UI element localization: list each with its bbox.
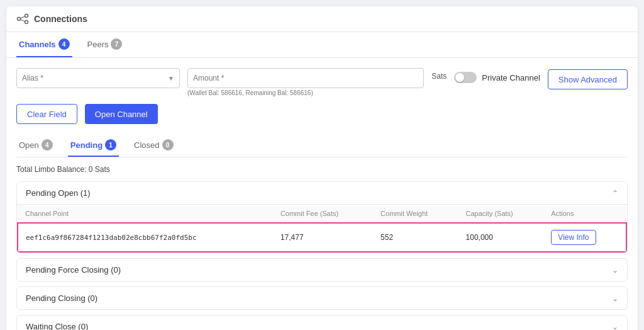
page-title: Connections	[34, 14, 87, 24]
sub-tab-open[interactable]: Open 4	[16, 134, 55, 157]
tab-channels[interactable]: Channels 4	[16, 32, 72, 57]
pending-open-title: Pending Open (1)	[26, 188, 91, 198]
content-area: ▼ (Wallet Bal: 586616, Remaining Bal: 58…	[6, 58, 638, 330]
app-container: Connections Channels 4 Peers 7 ▼	[6, 6, 638, 330]
alias-dropdown-arrow: ▼	[168, 75, 174, 82]
table-header-row: Channel Point Commit Fee (Sats) Commit W…	[18, 205, 626, 223]
accordion-pending-force-closing-header[interactable]: Pending Force Closing (0) ⌄	[17, 259, 627, 281]
private-channel-toggle[interactable]	[454, 72, 477, 83]
sub-tab-pending[interactable]: Pending 1	[68, 134, 119, 157]
cell-capacity: 100,000	[458, 223, 544, 252]
view-info-button[interactable]: View Info	[551, 230, 596, 245]
alias-input-wrapper[interactable]: ▼	[16, 68, 180, 88]
cell-commit-fee: 17,477	[273, 223, 373, 252]
svg-point-0	[18, 18, 21, 21]
accordion-pending-closing: Pending Closing (0) ⌄	[16, 287, 628, 310]
wallet-info: (Wallet Bal: 586616, Remaining Bal: 5866…	[187, 89, 424, 96]
svg-line-3	[21, 16, 25, 18]
amount-input-wrapper[interactable]	[187, 68, 424, 88]
accordion-waiting-close-header[interactable]: Waiting Close (0) ⌄	[17, 316, 627, 330]
waiting-close-chevron: ⌄	[612, 322, 618, 331]
pending-badge: 1	[105, 139, 116, 151]
closed-badge: 0	[162, 139, 174, 151]
accordion-pending-open-header[interactable]: Pending Open (1) ⌃	[17, 182, 627, 205]
amount-input[interactable]	[193, 74, 418, 82]
col-actions: Actions	[543, 205, 626, 223]
col-commit-weight: Commit Weight	[373, 205, 458, 223]
buttons-row: Clear Field Open Channel	[16, 104, 628, 124]
private-channel-group: Private Channel	[454, 68, 540, 83]
pending-force-closing-title: Pending Force Closing (0)	[26, 265, 121, 275]
pending-open-table-wrapper: Channel Point Commit Fee (Sats) Commit W…	[17, 205, 627, 253]
pending-closing-chevron: ⌄	[612, 294, 618, 303]
toggle-knob	[455, 73, 464, 82]
col-capacity: Capacity (Sats)	[458, 205, 544, 223]
accordion-pending-open: Pending Open (1) ⌃ Channel Point Commit …	[16, 181, 628, 253]
alias-field-group: ▼	[16, 68, 180, 88]
pending-open-chevron: ⌃	[612, 189, 618, 198]
pending-force-closing-chevron: ⌄	[612, 266, 618, 275]
col-commit-fee: Commit Fee (Sats)	[273, 205, 373, 223]
channels-badge: 4	[58, 38, 70, 50]
channel-point-value: eef1c6a9f867284f1213dab02e8cbb67f2a0fd5b…	[26, 234, 197, 242]
form-row: ▼ (Wallet Bal: 586616, Remaining Bal: 58…	[16, 68, 628, 96]
connections-icon	[16, 13, 29, 25]
peers-badge: 7	[111, 38, 122, 50]
cell-actions: View Info	[543, 223, 626, 252]
show-advanced-group: Show Advanced	[548, 68, 628, 89]
sub-tab-closed[interactable]: Closed 0	[131, 134, 175, 157]
page-header: Connections	[6, 6, 638, 32]
accordion-pending-closing-header[interactable]: Pending Closing (0) ⌄	[17, 287, 627, 309]
svg-point-2	[25, 21, 28, 24]
sub-tabs: Open 4 Pending 1 Closed 0	[16, 134, 628, 157]
pending-open-table: Channel Point Commit Fee (Sats) Commit W…	[17, 205, 627, 253]
svg-point-1	[25, 14, 28, 18]
accordion-pending-force-closing: Pending Force Closing (0) ⌄	[16, 258, 628, 282]
amount-field-group: (Wallet Bal: 586616, Remaining Bal: 5866…	[187, 68, 424, 96]
open-badge: 4	[42, 139, 53, 151]
open-channel-button[interactable]: Open Channel	[85, 104, 158, 124]
main-tabs: Channels 4 Peers 7	[6, 32, 638, 58]
accordion-waiting-close: Waiting Close (0) ⌄	[16, 315, 628, 330]
sats-label: Sats	[431, 68, 447, 81]
cell-channel-point: eef1c6a9f867284f1213dab02e8cbb67f2a0fd5b…	[18, 223, 273, 252]
limbo-balance: Total Limbo Balance: 0 Sats	[16, 165, 628, 174]
svg-line-4	[21, 20, 25, 21]
waiting-close-title: Waiting Close (0)	[26, 322, 88, 330]
show-advanced-button[interactable]: Show Advanced	[548, 69, 628, 89]
clear-field-button[interactable]: Clear Field	[16, 104, 77, 124]
table-row: eef1c6a9f867284f1213dab02e8cbb67f2a0fd5b…	[18, 223, 626, 252]
pending-closing-title: Pending Closing (0)	[26, 293, 97, 303]
alias-input[interactable]	[22, 74, 168, 82]
tab-peers[interactable]: Peers 7	[85, 32, 125, 57]
cell-commit-weight: 552	[373, 223, 458, 252]
private-channel-label: Private Channel	[482, 73, 540, 82]
col-channel-point: Channel Point	[18, 205, 273, 223]
